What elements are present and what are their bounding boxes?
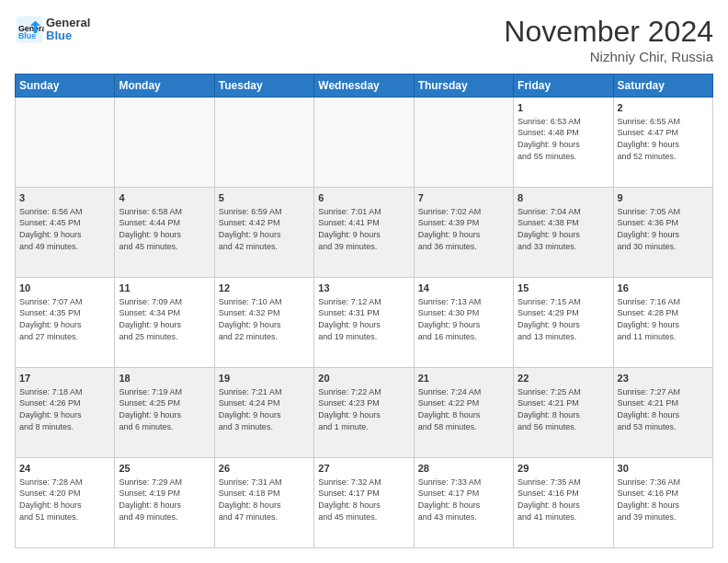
weekday-header-row: SundayMondayTuesdayWednesdayThursdayFrid… <box>16 75 713 98</box>
week-row-5: 24Sunrise: 7:28 AM Sunset: 4:20 PM Dayli… <box>16 458 713 548</box>
day-cell-3: 3Sunrise: 6:56 AM Sunset: 4:45 PM Daylig… <box>16 188 115 278</box>
day-info: Sunrise: 7:15 AM Sunset: 4:29 PM Dayligh… <box>518 296 609 342</box>
day-cell-21: 21Sunrise: 7:24 AM Sunset: 4:22 PM Dayli… <box>414 368 513 458</box>
week-row-1: 1Sunrise: 6:53 AM Sunset: 4:48 PM Daylig… <box>16 98 713 188</box>
day-number: 20 <box>318 372 409 385</box>
day-cell-22: 22Sunrise: 7:25 AM Sunset: 4:21 PM Dayli… <box>514 368 613 458</box>
day-info: Sunrise: 7:28 AM Sunset: 4:20 PM Dayligh… <box>19 477 110 523</box>
day-info: Sunrise: 7:09 AM Sunset: 4:34 PM Dayligh… <box>119 296 210 342</box>
day-cell-18: 18Sunrise: 7:19 AM Sunset: 4:25 PM Dayli… <box>115 368 214 458</box>
svg-text:Blue: Blue <box>18 31 36 40</box>
weekday-header-thursday: Thursday <box>414 75 513 98</box>
weekday-header-saturday: Saturday <box>613 75 712 98</box>
day-number: 3 <box>19 191 110 205</box>
day-cell-16: 16Sunrise: 7:16 AM Sunset: 4:28 PM Dayli… <box>613 278 712 368</box>
logo-icon: General Blue <box>15 15 44 44</box>
day-cell-24: 24Sunrise: 7:28 AM Sunset: 4:20 PM Dayli… <box>16 458 115 548</box>
day-info: Sunrise: 7:18 AM Sunset: 4:26 PM Dayligh… <box>19 386 110 432</box>
day-cell-4: 4Sunrise: 6:58 AM Sunset: 4:44 PM Daylig… <box>115 188 214 278</box>
day-info: Sunrise: 6:53 AM Sunset: 4:48 PM Dayligh… <box>518 116 609 162</box>
empty-cell <box>16 98 115 188</box>
day-number: 5 <box>219 191 310 205</box>
day-cell-12: 12Sunrise: 7:10 AM Sunset: 4:32 PM Dayli… <box>214 278 313 368</box>
day-cell-17: 17Sunrise: 7:18 AM Sunset: 4:26 PM Dayli… <box>16 368 115 458</box>
empty-cell <box>115 98 214 188</box>
week-row-3: 10Sunrise: 7:07 AM Sunset: 4:35 PM Dayli… <box>16 278 713 368</box>
weekday-header-tuesday: Tuesday <box>214 75 313 98</box>
day-number: 29 <box>518 462 609 476</box>
day-number: 25 <box>119 462 210 476</box>
day-info: Sunrise: 7:05 AM Sunset: 4:36 PM Dayligh… <box>618 206 709 252</box>
day-cell-13: 13Sunrise: 7:12 AM Sunset: 4:31 PM Dayli… <box>314 278 414 368</box>
day-cell-11: 11Sunrise: 7:09 AM Sunset: 4:34 PM Dayli… <box>115 278 214 368</box>
day-number: 9 <box>618 191 709 205</box>
day-info: Sunrise: 7:33 AM Sunset: 4:17 PM Dayligh… <box>418 477 509 523</box>
day-cell-1: 1Sunrise: 6:53 AM Sunset: 4:48 PM Daylig… <box>514 98 613 188</box>
day-cell-23: 23Sunrise: 7:27 AM Sunset: 4:21 PM Dayli… <box>613 368 712 458</box>
day-info: Sunrise: 7:04 AM Sunset: 4:38 PM Dayligh… <box>518 206 609 252</box>
day-info: Sunrise: 6:59 AM Sunset: 4:42 PM Dayligh… <box>219 206 310 252</box>
day-info: Sunrise: 7:24 AM Sunset: 4:22 PM Dayligh… <box>418 386 509 432</box>
day-info: Sunrise: 7:10 AM Sunset: 4:32 PM Dayligh… <box>219 296 310 342</box>
day-cell-15: 15Sunrise: 7:15 AM Sunset: 4:29 PM Dayli… <box>514 278 613 368</box>
day-number: 1 <box>518 101 609 115</box>
day-number: 14 <box>418 282 509 295</box>
day-number: 23 <box>618 372 709 385</box>
day-cell-26: 26Sunrise: 7:31 AM Sunset: 4:18 PM Dayli… <box>214 458 313 548</box>
day-cell-7: 7Sunrise: 7:02 AM Sunset: 4:39 PM Daylig… <box>414 188 513 278</box>
day-number: 19 <box>219 372 310 385</box>
day-info: Sunrise: 7:01 AM Sunset: 4:41 PM Dayligh… <box>318 206 409 252</box>
day-cell-9: 9Sunrise: 7:05 AM Sunset: 4:36 PM Daylig… <box>613 188 712 278</box>
day-cell-8: 8Sunrise: 7:04 AM Sunset: 4:38 PM Daylig… <box>514 188 613 278</box>
day-cell-27: 27Sunrise: 7:32 AM Sunset: 4:17 PM Dayli… <box>314 458 414 548</box>
day-info: Sunrise: 7:31 AM Sunset: 4:18 PM Dayligh… <box>219 477 310 523</box>
empty-cell <box>214 98 313 188</box>
day-cell-14: 14Sunrise: 7:13 AM Sunset: 4:30 PM Dayli… <box>414 278 513 368</box>
day-info: Sunrise: 7:19 AM Sunset: 4:25 PM Dayligh… <box>119 386 210 432</box>
day-number: 26 <box>219 462 310 476</box>
day-number: 4 <box>119 191 210 205</box>
weekday-header-sunday: Sunday <box>16 75 115 98</box>
day-number: 21 <box>418 372 509 385</box>
day-cell-10: 10Sunrise: 7:07 AM Sunset: 4:35 PM Dayli… <box>16 278 115 368</box>
day-cell-28: 28Sunrise: 7:33 AM Sunset: 4:17 PM Dayli… <box>414 458 513 548</box>
day-info: Sunrise: 6:58 AM Sunset: 4:44 PM Dayligh… <box>119 206 210 252</box>
day-number: 8 <box>518 191 609 205</box>
calendar-table: SundayMondayTuesdayWednesdayThursdayFrid… <box>15 74 713 548</box>
day-number: 27 <box>318 462 409 476</box>
location-subtitle: Nizhniy Chir, Russia <box>504 49 713 64</box>
day-number: 30 <box>618 462 709 476</box>
day-cell-5: 5Sunrise: 6:59 AM Sunset: 4:42 PM Daylig… <box>214 188 313 278</box>
week-row-4: 17Sunrise: 7:18 AM Sunset: 4:26 PM Dayli… <box>16 368 713 458</box>
day-number: 6 <box>318 191 409 205</box>
day-number: 13 <box>318 282 409 295</box>
day-number: 17 <box>19 372 110 385</box>
day-number: 28 <box>418 462 509 476</box>
day-info: Sunrise: 7:25 AM Sunset: 4:21 PM Dayligh… <box>518 386 609 432</box>
day-number: 12 <box>219 282 310 295</box>
day-number: 16 <box>618 282 709 295</box>
day-info: Sunrise: 7:02 AM Sunset: 4:39 PM Dayligh… <box>418 206 509 252</box>
day-cell-29: 29Sunrise: 7:35 AM Sunset: 4:16 PM Dayli… <box>514 458 613 548</box>
header: General Blue GeneralBlue November 2024 N… <box>15 15 713 64</box>
weekday-header-wednesday: Wednesday <box>314 75 414 98</box>
logo-text: GeneralBlue <box>46 17 90 43</box>
day-info: Sunrise: 7:13 AM Sunset: 4:30 PM Dayligh… <box>418 296 509 342</box>
day-cell-19: 19Sunrise: 7:21 AM Sunset: 4:24 PM Dayli… <box>214 368 313 458</box>
day-cell-30: 30Sunrise: 7:36 AM Sunset: 4:16 PM Dayli… <box>613 458 712 548</box>
day-number: 7 <box>418 191 509 205</box>
day-number: 22 <box>518 372 609 385</box>
day-number: 18 <box>119 372 210 385</box>
day-info: Sunrise: 6:56 AM Sunset: 4:45 PM Dayligh… <box>19 206 110 252</box>
day-number: 24 <box>19 462 110 476</box>
weekday-header-friday: Friday <box>514 75 613 98</box>
day-info: Sunrise: 7:32 AM Sunset: 4:17 PM Dayligh… <box>318 477 409 523</box>
day-number: 15 <box>518 282 609 295</box>
day-cell-2: 2Sunrise: 6:55 AM Sunset: 4:47 PM Daylig… <box>613 98 712 188</box>
page: General Blue GeneralBlue November 2024 N… <box>0 0 728 563</box>
logo: General Blue GeneralBlue <box>15 15 90 44</box>
day-cell-20: 20Sunrise: 7:22 AM Sunset: 4:23 PM Dayli… <box>314 368 414 458</box>
empty-cell <box>414 98 513 188</box>
day-info: Sunrise: 7:07 AM Sunset: 4:35 PM Dayligh… <box>19 296 110 342</box>
day-info: Sunrise: 7:36 AM Sunset: 4:16 PM Dayligh… <box>618 477 709 523</box>
